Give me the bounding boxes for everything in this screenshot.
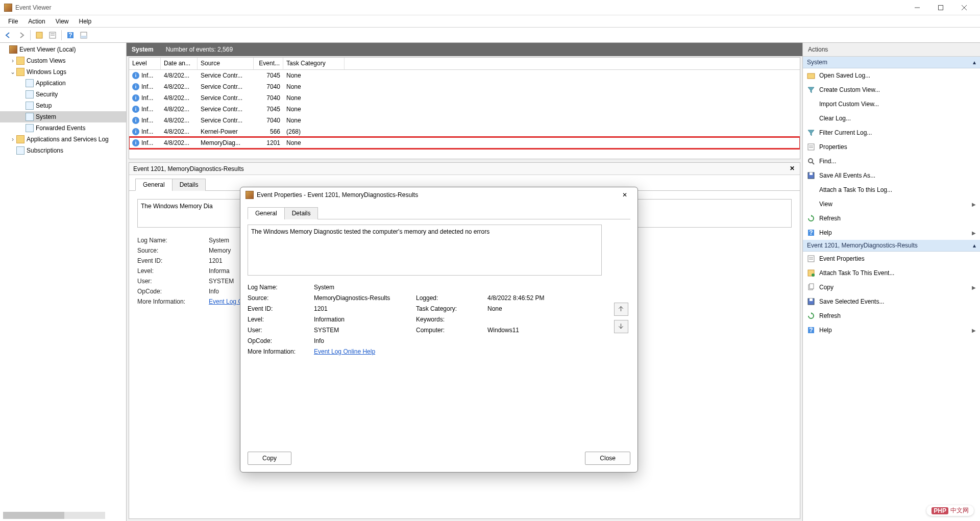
next-event-button[interactable]: 🡣 <box>614 320 628 333</box>
action-filter-current-log[interactable]: Filter Current Log... <box>803 126 980 140</box>
close-dialog-button[interactable]: Close <box>585 452 630 465</box>
event-row[interactable]: iInf...4/8/202...Service Contr...7040Non… <box>129 81 800 92</box>
action-attach-a-task-to-this-log[interactable]: Attach a Task To this Log... <box>803 183 980 197</box>
cell-category: (268) <box>283 128 345 135</box>
cell-category: None <box>283 83 345 90</box>
cell-category: None <box>283 106 345 113</box>
col-category[interactable]: Task Category <box>283 58 345 69</box>
action-clear-log[interactable]: Clear Log... <box>803 111 980 126</box>
minimize-button[interactable] <box>905 0 929 15</box>
action-help[interactable]: ?Help▶ <box>803 323 980 337</box>
collapse-icon[interactable]: ▴ <box>973 242 976 249</box>
properties-button[interactable] <box>46 29 59 41</box>
collapse-icon[interactable]: ⌄ <box>9 68 16 76</box>
tree-log-setup[interactable]: Setup <box>0 100 126 111</box>
app-icon <box>4 4 12 12</box>
menu-view[interactable]: View <box>51 16 74 27</box>
online-help-link[interactable]: Event Log Online Help <box>314 348 375 355</box>
action-save-selected-events[interactable]: Save Selected Events... <box>803 294 980 309</box>
tree-log-application[interactable]: Application <box>0 78 126 89</box>
col-date[interactable]: Date an... <box>161 58 198 69</box>
event-row[interactable]: iInf...4/8/202...MemoryDiag...1201None <box>129 137 800 148</box>
scrollbar-thumb[interactable] <box>3 512 64 519</box>
col-level[interactable]: Level <box>129 58 161 69</box>
dialog-close-button[interactable]: ✕ <box>617 187 632 203</box>
action-create-custom-view[interactable]: Create Custom View... <box>803 83 980 97</box>
action-save-all-events-as[interactable]: Save All Events As... <box>803 168 980 183</box>
v-source: MemoryDiagnostics-Results <box>314 294 416 302</box>
dialog-body: General Details The Windows Memory Diagn… <box>240 203 638 359</box>
action-label: Find... <box>819 158 836 165</box>
actions-section-event[interactable]: Event 1201, MemoryDiagnostics-Results▴ <box>803 240 980 252</box>
action-find[interactable]: Find... <box>803 154 980 168</box>
help-button[interactable]: ? <box>64 29 77 41</box>
event-row[interactable]: iInf...4/8/202...Service Contr...7045Non… <box>129 70 800 81</box>
detail-title: Event 1201, MemoryDiagnostics-Results <box>133 165 244 172</box>
dialog-tab-details[interactable]: Details <box>284 207 318 219</box>
col-source[interactable]: Source <box>198 58 254 69</box>
event-rows[interactable]: iInf...4/8/202...Service Contr...7045Non… <box>129 70 800 159</box>
copy-button[interactable]: Copy <box>248 452 291 465</box>
forward-button[interactable] <box>15 29 28 41</box>
dialog-buttons: Copy Close <box>248 452 630 465</box>
tree-log-forwarded[interactable]: Forwarded Events <box>0 122 126 134</box>
v-computer: Windows11 <box>487 327 590 334</box>
log-icon <box>26 90 34 98</box>
column-headers[interactable]: Level Date an... Source Event... Task Ca… <box>129 58 800 70</box>
tree-label: Application <box>36 80 66 87</box>
save-icon <box>807 297 815 306</box>
show-tree-button[interactable] <box>33 29 45 41</box>
action-attach-task-to-this-event[interactable]: Attach Task To This Event... <box>803 266 980 280</box>
tree-custom-views[interactable]: ›Custom Views <box>0 55 126 66</box>
event-row[interactable]: iInf...4/8/202...Service Contr...7040Non… <box>129 115 800 126</box>
event-list[interactable]: Level Date an... Source Event... Task Ca… <box>129 57 800 159</box>
svg-point-16 <box>808 159 813 163</box>
tree-log-security[interactable]: Security <box>0 89 126 100</box>
dialog-titlebar[interactable]: Event Properties - Event 1201, MemoryDia… <box>240 187 638 203</box>
preview-button[interactable] <box>78 29 90 41</box>
event-row[interactable]: iInf...4/8/202...Kernel-Power566(268) <box>129 126 800 137</box>
back-button[interactable] <box>2 29 14 41</box>
expand-icon[interactable]: › <box>9 136 16 143</box>
tab-general[interactable]: General <box>135 179 173 191</box>
action-event-properties[interactable]: Event Properties <box>803 252 980 266</box>
cell-eventid: 7040 <box>254 94 283 102</box>
action-label: Refresh <box>819 215 841 222</box>
col-eventid[interactable]: Event... <box>254 58 283 69</box>
detail-close-button[interactable]: ✕ <box>788 164 797 173</box>
tree-pane[interactable]: Event Viewer (Local) ›Custom Views ⌄Wind… <box>0 43 127 521</box>
event-row[interactable]: iInf...4/8/202...Service Contr...7045Non… <box>129 104 800 115</box>
k-level: Level: <box>137 267 209 275</box>
menu-file[interactable]: File <box>3 16 23 27</box>
tab-details[interactable]: Details <box>172 179 206 191</box>
action-help[interactable]: ?Help▶ <box>803 226 980 240</box>
tree-windows-logs[interactable]: ⌄Windows Logs <box>0 66 126 78</box>
action-properties[interactable]: Properties <box>803 140 980 154</box>
prev-event-button[interactable]: 🡡 <box>614 303 628 316</box>
save-icon <box>807 171 815 180</box>
tree-apps-services[interactable]: ›Applications and Services Log <box>0 134 126 145</box>
detail-header: Event 1201, MemoryDiagnostics-Results ✕ <box>129 163 800 175</box>
cell-eventid: 7045 <box>254 106 283 113</box>
action-refresh[interactable]: Refresh <box>803 309 980 323</box>
action-refresh[interactable]: Refresh <box>803 211 980 226</box>
tree-log-system[interactable]: System <box>0 111 126 122</box>
menu-help[interactable]: Help <box>74 16 97 27</box>
expand-icon[interactable]: › <box>9 57 16 64</box>
menu-action[interactable]: Action <box>23 16 50 27</box>
actions-section-system[interactable]: System▴ <box>803 57 980 68</box>
tree-scrollbar[interactable] <box>3 512 105 519</box>
actions-list-event: Event PropertiesAttach Task To This Even… <box>803 252 980 337</box>
event-properties-dialog[interactable]: Event Properties - Event 1201, MemoryDia… <box>240 187 638 473</box>
tree-subscriptions[interactable]: Subscriptions <box>0 145 126 156</box>
close-button[interactable] <box>952 0 976 15</box>
action-view[interactable]: View▶ <box>803 197 980 211</box>
action-open-saved-log[interactable]: Open Saved Log... <box>803 68 980 83</box>
tree-root[interactable]: Event Viewer (Local) <box>0 44 126 55</box>
action-import-custom-view[interactable]: Import Custom View... <box>803 97 980 111</box>
event-row[interactable]: iInf...4/8/202...Service Contr...7040Non… <box>129 92 800 104</box>
maximize-button[interactable] <box>929 0 952 15</box>
collapse-icon[interactable]: ▴ <box>973 59 976 66</box>
dialog-tab-general[interactable]: General <box>248 207 285 219</box>
action-copy[interactable]: Copy▶ <box>803 280 980 294</box>
